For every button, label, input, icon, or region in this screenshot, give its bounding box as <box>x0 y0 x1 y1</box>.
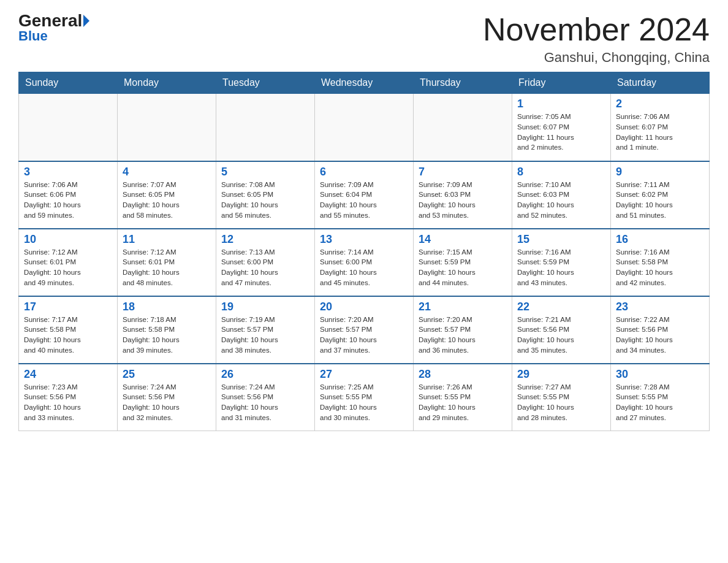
day-info: Sunrise: 7:24 AM Sunset: 5:56 PM Dayligh… <box>123 382 211 423</box>
day-info: Sunrise: 7:15 AM Sunset: 5:59 PM Dayligh… <box>419 247 507 288</box>
day-number: 10 <box>24 233 112 246</box>
logo-triangle-icon <box>83 15 89 27</box>
day-number: 14 <box>419 233 507 246</box>
calendar-cell: 6Sunrise: 7:09 AM Sunset: 6:04 PM Daylig… <box>315 161 414 229</box>
calendar-cell: 29Sunrise: 7:27 AM Sunset: 5:55 PM Dayli… <box>512 364 611 431</box>
day-number: 29 <box>517 368 605 381</box>
day-number: 13 <box>320 233 408 246</box>
day-info: Sunrise: 7:17 AM Sunset: 5:58 PM Dayligh… <box>24 315 112 356</box>
day-info: Sunrise: 7:16 AM Sunset: 5:59 PM Dayligh… <box>517 247 605 288</box>
day-info: Sunrise: 7:06 AM Sunset: 6:07 PM Dayligh… <box>616 112 704 153</box>
day-info: Sunrise: 7:22 AM Sunset: 5:56 PM Dayligh… <box>616 315 704 356</box>
calendar-cell <box>118 94 216 161</box>
day-info: Sunrise: 7:09 AM Sunset: 6:03 PM Dayligh… <box>419 180 507 221</box>
day-info: Sunrise: 7:21 AM Sunset: 5:56 PM Dayligh… <box>517 315 605 356</box>
day-number: 4 <box>123 166 211 178</box>
header-tuesday: Tuesday <box>216 72 315 94</box>
week-row-3: 10Sunrise: 7:12 AM Sunset: 6:01 PM Dayli… <box>19 229 710 296</box>
header-wednesday: Wednesday <box>315 72 414 94</box>
day-info: Sunrise: 7:06 AM Sunset: 6:06 PM Dayligh… <box>24 180 112 221</box>
day-number: 30 <box>616 368 704 381</box>
day-info: Sunrise: 7:19 AM Sunset: 5:57 PM Dayligh… <box>221 315 309 356</box>
day-number: 23 <box>616 301 704 313</box>
calendar-cell: 26Sunrise: 7:24 AM Sunset: 5:56 PM Dayli… <box>216 364 315 431</box>
calendar-cell: 22Sunrise: 7:21 AM Sunset: 5:56 PM Dayli… <box>512 296 611 364</box>
calendar-title-area: November 2024 Ganshui, Chongqing, China <box>483 12 710 66</box>
day-info: Sunrise: 7:26 AM Sunset: 5:55 PM Dayligh… <box>419 382 507 423</box>
page-header: General Blue November 2024 Ganshui, Chon… <box>18 12 710 66</box>
calendar-cell: 16Sunrise: 7:16 AM Sunset: 5:58 PM Dayli… <box>611 229 710 296</box>
day-number: 21 <box>419 301 507 313</box>
calendar-cell: 1Sunrise: 7:05 AM Sunset: 6:07 PM Daylig… <box>512 94 611 161</box>
day-number: 27 <box>320 368 408 381</box>
week-row-2: 3Sunrise: 7:06 AM Sunset: 6:06 PM Daylig… <box>19 161 710 229</box>
calendar-cell: 21Sunrise: 7:20 AM Sunset: 5:57 PM Dayli… <box>414 296 512 364</box>
calendar-month-title: November 2024 <box>483 12 710 47</box>
week-row-1: 1Sunrise: 7:05 AM Sunset: 6:07 PM Daylig… <box>19 94 710 161</box>
logo: General Blue <box>18 12 91 44</box>
day-number: 26 <box>221 368 309 381</box>
day-number: 12 <box>221 233 309 246</box>
calendar-cell: 24Sunrise: 7:23 AM Sunset: 5:56 PM Dayli… <box>19 364 118 431</box>
day-info: Sunrise: 7:08 AM Sunset: 6:05 PM Dayligh… <box>221 180 309 221</box>
day-number: 7 <box>419 166 507 178</box>
calendar-cell: 17Sunrise: 7:17 AM Sunset: 5:58 PM Dayli… <box>19 296 118 364</box>
calendar-table: Sunday Monday Tuesday Wednesday Thursday… <box>18 72 710 431</box>
calendar-cell: 20Sunrise: 7:20 AM Sunset: 5:57 PM Dayli… <box>315 296 414 364</box>
calendar-cell: 2Sunrise: 7:06 AM Sunset: 6:07 PM Daylig… <box>611 94 710 161</box>
header-saturday: Saturday <box>611 72 710 94</box>
day-info: Sunrise: 7:05 AM Sunset: 6:07 PM Dayligh… <box>517 112 605 153</box>
day-number: 28 <box>419 368 507 381</box>
day-number: 19 <box>221 301 309 313</box>
day-info: Sunrise: 7:12 AM Sunset: 6:01 PM Dayligh… <box>24 247 112 288</box>
calendar-cell <box>315 94 414 161</box>
calendar-cell: 7Sunrise: 7:09 AM Sunset: 6:03 PM Daylig… <box>414 161 512 229</box>
day-info: Sunrise: 7:27 AM Sunset: 5:55 PM Dayligh… <box>517 382 605 423</box>
day-number: 20 <box>320 301 408 313</box>
week-row-5: 24Sunrise: 7:23 AM Sunset: 5:56 PM Dayli… <box>19 364 710 431</box>
calendar-cell: 18Sunrise: 7:18 AM Sunset: 5:58 PM Dayli… <box>118 296 216 364</box>
logo-text: General <box>18 12 91 29</box>
day-number: 11 <box>123 233 211 246</box>
calendar-cell <box>19 94 118 161</box>
day-number: 16 <box>616 233 704 246</box>
day-number: 18 <box>123 301 211 313</box>
day-info: Sunrise: 7:23 AM Sunset: 5:56 PM Dayligh… <box>24 382 112 423</box>
day-info: Sunrise: 7:14 AM Sunset: 6:00 PM Dayligh… <box>320 247 408 288</box>
day-number: 5 <box>221 166 309 178</box>
calendar-location: Ganshui, Chongqing, China <box>483 50 710 66</box>
day-number: 6 <box>320 166 408 178</box>
calendar-cell: 5Sunrise: 7:08 AM Sunset: 6:05 PM Daylig… <box>216 161 315 229</box>
day-info: Sunrise: 7:12 AM Sunset: 6:01 PM Dayligh… <box>123 247 211 288</box>
calendar-cell: 10Sunrise: 7:12 AM Sunset: 6:01 PM Dayli… <box>19 229 118 296</box>
day-number: 15 <box>517 233 605 246</box>
day-number: 24 <box>24 368 112 381</box>
header-friday: Friday <box>512 72 611 94</box>
calendar-cell: 13Sunrise: 7:14 AM Sunset: 6:00 PM Dayli… <box>315 229 414 296</box>
calendar-cell: 11Sunrise: 7:12 AM Sunset: 6:01 PM Dayli… <box>118 229 216 296</box>
header-thursday: Thursday <box>414 72 512 94</box>
day-number: 1 <box>517 98 605 110</box>
logo-general: General <box>18 12 82 29</box>
calendar-cell: 23Sunrise: 7:22 AM Sunset: 5:56 PM Dayli… <box>611 296 710 364</box>
calendar-cell: 30Sunrise: 7:28 AM Sunset: 5:55 PM Dayli… <box>611 364 710 431</box>
calendar-cell: 8Sunrise: 7:10 AM Sunset: 6:03 PM Daylig… <box>512 161 611 229</box>
weekday-header-row: Sunday Monday Tuesday Wednesday Thursday… <box>19 72 710 94</box>
day-number: 25 <box>123 368 211 381</box>
day-number: 2 <box>616 98 704 110</box>
header-sunday: Sunday <box>19 72 118 94</box>
calendar-cell <box>216 94 315 161</box>
day-info: Sunrise: 7:28 AM Sunset: 5:55 PM Dayligh… <box>616 382 704 423</box>
calendar-cell <box>414 94 512 161</box>
day-number: 22 <box>517 301 605 313</box>
day-info: Sunrise: 7:07 AM Sunset: 6:05 PM Dayligh… <box>123 180 211 221</box>
day-info: Sunrise: 7:20 AM Sunset: 5:57 PM Dayligh… <box>419 315 507 356</box>
calendar-cell: 12Sunrise: 7:13 AM Sunset: 6:00 PM Dayli… <box>216 229 315 296</box>
logo-blue: Blue <box>18 28 48 44</box>
day-info: Sunrise: 7:18 AM Sunset: 5:58 PM Dayligh… <box>123 315 211 356</box>
calendar-cell: 28Sunrise: 7:26 AM Sunset: 5:55 PM Dayli… <box>414 364 512 431</box>
calendar-cell: 15Sunrise: 7:16 AM Sunset: 5:59 PM Dayli… <box>512 229 611 296</box>
calendar-cell: 19Sunrise: 7:19 AM Sunset: 5:57 PM Dayli… <box>216 296 315 364</box>
calendar-cell: 14Sunrise: 7:15 AM Sunset: 5:59 PM Dayli… <box>414 229 512 296</box>
calendar-cell: 27Sunrise: 7:25 AM Sunset: 5:55 PM Dayli… <box>315 364 414 431</box>
